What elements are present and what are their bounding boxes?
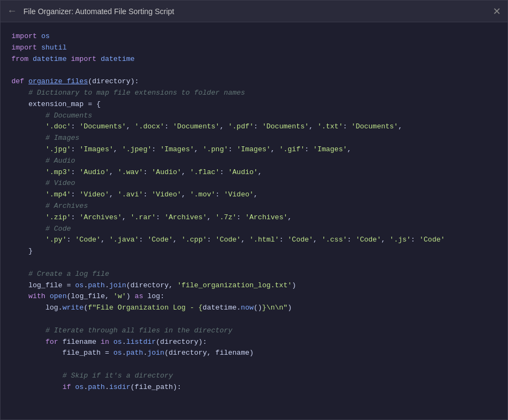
- code-editor[interactable]: import os import shutil from datetime im…: [1, 22, 507, 419]
- title-bar: ← File Organizer: Automated File Sorting…: [1, 1, 507, 22]
- back-button[interactable]: ←: [7, 5, 17, 17]
- code-content: import os import shutil from datetime im…: [11, 31, 497, 393]
- window-title: File Organizer: Automated File Sorting S…: [23, 7, 493, 16]
- window: ← File Organizer: Automated File Sorting…: [0, 0, 508, 420]
- close-button[interactable]: ✕: [493, 5, 501, 17]
